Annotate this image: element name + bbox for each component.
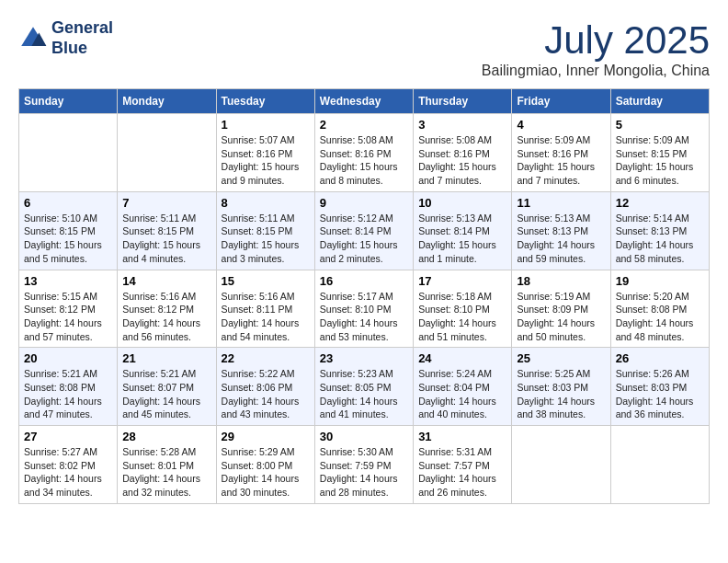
cell-text: Sunrise: 5:09 AM Sunset: 8:15 PM Dayligh… <box>616 133 704 188</box>
cell-text: Sunrise: 5:16 AM Sunset: 8:12 PM Dayligh… <box>122 290 210 344</box>
cell-text: Sunrise: 5:18 AM Sunset: 8:10 PM Dayligh… <box>418 290 506 344</box>
calendar-cell: 6Sunrise: 5:10 AM Sunset: 8:15 PM Daylig… <box>19 191 118 270</box>
weekday-header-row: SundayMondayTuesdayWednesdayThursdayFrid… <box>19 89 710 114</box>
day-number: 14 <box>122 274 210 288</box>
calendar-cell: 9Sunrise: 5:12 AM Sunset: 8:14 PM Daylig… <box>314 191 413 270</box>
day-number: 22 <box>222 351 310 365</box>
cell-text: Sunrise: 5:12 AM Sunset: 8:14 PM Dayligh… <box>320 212 408 266</box>
day-number: 8 <box>222 196 310 210</box>
calendar-cell <box>610 426 709 504</box>
calendar-cell: 7Sunrise: 5:11 AM Sunset: 8:15 PM Daylig… <box>118 191 216 270</box>
day-number: 11 <box>517 196 605 210</box>
calendar-cell: 30Sunrise: 5:30 AM Sunset: 7:59 PM Dayli… <box>314 426 413 504</box>
title-block: July 2025 Bailingmiao, Inner Mongolia, C… <box>482 18 710 79</box>
cell-text: Sunrise: 5:13 AM Sunset: 8:13 PM Dayligh… <box>517 212 605 266</box>
cell-text: Sunrise: 5:17 AM Sunset: 8:10 PM Dayligh… <box>320 290 408 344</box>
calendar-cell: 8Sunrise: 5:11 AM Sunset: 8:15 PM Daylig… <box>216 191 314 270</box>
cell-text: Sunrise: 5:20 AM Sunset: 8:08 PM Dayligh… <box>616 290 704 344</box>
day-number: 27 <box>24 430 112 443</box>
calendar-cell: 13Sunrise: 5:15 AM Sunset: 8:12 PM Dayli… <box>19 270 118 348</box>
day-number: 10 <box>418 196 506 210</box>
calendar-cell: 25Sunrise: 5:25 AM Sunset: 8:03 PM Dayli… <box>512 348 610 426</box>
day-number: 30 <box>320 430 408 443</box>
cell-text: Sunrise: 5:30 AM Sunset: 7:59 PM Dayligh… <box>320 445 408 500</box>
cell-text: Sunrise: 5:19 AM Sunset: 8:09 PM Dayligh… <box>517 290 605 344</box>
day-number: 12 <box>616 196 704 210</box>
day-number: 6 <box>24 196 112 210</box>
day-number: 18 <box>517 274 605 288</box>
cell-text: Sunrise: 5:11 AM Sunset: 8:15 PM Dayligh… <box>122 212 210 266</box>
logo: General Blue <box>18 18 113 58</box>
week-row-5: 27Sunrise: 5:27 AM Sunset: 8:02 PM Dayli… <box>19 426 710 504</box>
calendar-cell: 15Sunrise: 5:16 AM Sunset: 8:11 PM Dayli… <box>216 270 314 348</box>
day-number: 5 <box>616 118 704 132</box>
day-number: 29 <box>222 430 310 443</box>
calendar-cell: 24Sunrise: 5:24 AM Sunset: 8:04 PM Dayli… <box>414 348 512 426</box>
week-row-4: 20Sunrise: 5:21 AM Sunset: 8:08 PM Dayli… <box>19 348 710 426</box>
day-number: 4 <box>517 118 605 132</box>
cell-text: Sunrise: 5:23 AM Sunset: 8:05 PM Dayligh… <box>320 367 408 421</box>
weekday-sunday: Sunday <box>19 89 118 114</box>
calendar-cell: 12Sunrise: 5:14 AM Sunset: 8:13 PM Dayli… <box>610 191 709 270</box>
cell-text: Sunrise: 5:07 AM Sunset: 8:16 PM Dayligh… <box>222 133 310 188</box>
day-number: 1 <box>222 118 310 132</box>
week-row-1: 1Sunrise: 5:07 AM Sunset: 8:16 PM Daylig… <box>19 114 710 192</box>
day-number: 21 <box>122 351 210 365</box>
page-header: General Blue July 2025 Bailingmiao, Inne… <box>18 18 710 79</box>
day-number: 17 <box>418 274 506 288</box>
week-row-2: 6Sunrise: 5:10 AM Sunset: 8:15 PM Daylig… <box>19 191 710 270</box>
weekday-friday: Friday <box>512 89 610 114</box>
calendar-cell: 19Sunrise: 5:20 AM Sunset: 8:08 PM Dayli… <box>610 270 709 348</box>
cell-text: Sunrise: 5:13 AM Sunset: 8:14 PM Dayligh… <box>418 212 506 266</box>
cell-text: Sunrise: 5:15 AM Sunset: 8:12 PM Dayligh… <box>24 290 112 344</box>
calendar-table: SundayMondayTuesdayWednesdayThursdayFrid… <box>18 88 710 504</box>
weekday-saturday: Saturday <box>610 89 709 114</box>
cell-text: Sunrise: 5:21 AM Sunset: 8:08 PM Dayligh… <box>24 367 112 421</box>
calendar-body: 1Sunrise: 5:07 AM Sunset: 8:16 PM Daylig… <box>19 114 710 504</box>
day-number: 20 <box>24 351 112 365</box>
day-number: 26 <box>616 351 704 365</box>
day-number: 31 <box>418 430 506 443</box>
location-title: Bailingmiao, Inner Mongolia, China <box>482 63 710 79</box>
week-row-3: 13Sunrise: 5:15 AM Sunset: 8:12 PM Dayli… <box>19 270 710 348</box>
logo-text: General Blue <box>51 18 113 58</box>
weekday-thursday: Thursday <box>414 89 512 114</box>
logo-icon <box>18 24 48 53</box>
calendar-cell: 26Sunrise: 5:26 AM Sunset: 8:03 PM Dayli… <box>610 348 709 426</box>
calendar-cell: 14Sunrise: 5:16 AM Sunset: 8:12 PM Dayli… <box>118 270 216 348</box>
day-number: 7 <box>122 196 210 210</box>
cell-text: Sunrise: 5:11 AM Sunset: 8:15 PM Dayligh… <box>222 212 310 266</box>
weekday-wednesday: Wednesday <box>314 89 413 114</box>
calendar-cell <box>118 114 216 192</box>
calendar-cell: 20Sunrise: 5:21 AM Sunset: 8:08 PM Dayli… <box>19 348 118 426</box>
calendar-cell: 1Sunrise: 5:07 AM Sunset: 8:16 PM Daylig… <box>216 114 314 192</box>
calendar-cell: 17Sunrise: 5:18 AM Sunset: 8:10 PM Dayli… <box>414 270 512 348</box>
calendar-cell: 4Sunrise: 5:09 AM Sunset: 8:16 PM Daylig… <box>512 114 610 192</box>
calendar-cell: 31Sunrise: 5:31 AM Sunset: 7:57 PM Dayli… <box>414 426 512 504</box>
calendar-cell: 11Sunrise: 5:13 AM Sunset: 8:13 PM Dayli… <box>512 191 610 270</box>
day-number: 28 <box>122 430 210 443</box>
cell-text: Sunrise: 5:08 AM Sunset: 8:16 PM Dayligh… <box>418 133 506 188</box>
calendar-cell <box>512 426 610 504</box>
month-title: July 2025 <box>482 18 710 63</box>
cell-text: Sunrise: 5:28 AM Sunset: 8:01 PM Dayligh… <box>122 445 210 500</box>
calendar-cell: 22Sunrise: 5:22 AM Sunset: 8:06 PM Dayli… <box>216 348 314 426</box>
calendar-cell: 16Sunrise: 5:17 AM Sunset: 8:10 PM Dayli… <box>314 270 413 348</box>
day-number: 19 <box>616 274 704 288</box>
cell-text: Sunrise: 5:25 AM Sunset: 8:03 PM Dayligh… <box>517 367 605 421</box>
day-number: 13 <box>24 274 112 288</box>
cell-text: Sunrise: 5:22 AM Sunset: 8:06 PM Dayligh… <box>222 367 310 421</box>
cell-text: Sunrise: 5:09 AM Sunset: 8:16 PM Dayligh… <box>517 133 605 188</box>
calendar-cell: 28Sunrise: 5:28 AM Sunset: 8:01 PM Dayli… <box>118 426 216 504</box>
cell-text: Sunrise: 5:29 AM Sunset: 8:00 PM Dayligh… <box>222 445 310 500</box>
weekday-monday: Monday <box>118 89 216 114</box>
day-number: 24 <box>418 351 506 365</box>
calendar-cell: 18Sunrise: 5:19 AM Sunset: 8:09 PM Dayli… <box>512 270 610 348</box>
cell-text: Sunrise: 5:10 AM Sunset: 8:15 PM Dayligh… <box>24 212 112 266</box>
cell-text: Sunrise: 5:26 AM Sunset: 8:03 PM Dayligh… <box>616 367 704 421</box>
calendar-cell: 27Sunrise: 5:27 AM Sunset: 8:02 PM Dayli… <box>19 426 118 504</box>
day-number: 9 <box>320 196 408 210</box>
calendar-cell: 3Sunrise: 5:08 AM Sunset: 8:16 PM Daylig… <box>414 114 512 192</box>
calendar-cell: 21Sunrise: 5:21 AM Sunset: 8:07 PM Dayli… <box>118 348 216 426</box>
cell-text: Sunrise: 5:21 AM Sunset: 8:07 PM Dayligh… <box>122 367 210 421</box>
